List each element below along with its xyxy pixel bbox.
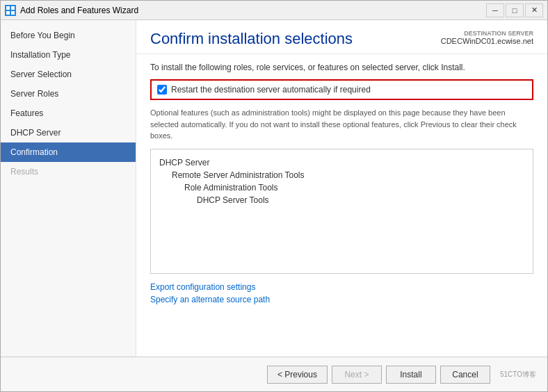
window-controls: ─ □ ✕ bbox=[486, 3, 543, 17]
instruction-text: To install the following roles, role ser… bbox=[150, 63, 533, 72]
destination-name: CDECWinDC01.ecwise.net bbox=[441, 37, 533, 45]
restart-box: Restart the destination server automatic… bbox=[150, 79, 533, 100]
svg-rect-3 bbox=[11, 11, 15, 15]
sidebar-item-features[interactable]: Features bbox=[1, 104, 136, 123]
watermark: 51CTO博客 bbox=[500, 370, 536, 379]
link-area: Export configuration settingsSpecify an … bbox=[150, 282, 533, 304]
feature-item: DHCP Server Tools bbox=[159, 194, 524, 206]
link-specify-an-alternate-source-path[interactable]: Specify an alternate source path bbox=[150, 295, 533, 304]
feature-item: Remote Server Administration Tools bbox=[159, 169, 524, 181]
restart-label: Restart the destination server automatic… bbox=[171, 85, 371, 95]
cancel-button[interactable]: Cancel bbox=[440, 366, 490, 384]
sidebar: Before You BeginInstallation TypeServer … bbox=[1, 20, 136, 357]
link-export-configuration-settings[interactable]: Export configuration settings bbox=[150, 282, 533, 292]
sidebar-item-server-selection[interactable]: Server Selection bbox=[1, 65, 136, 84]
main-content: Before You BeginInstallation TypeServer … bbox=[1, 20, 547, 357]
right-panel: Confirm installation selections DESTINAT… bbox=[136, 20, 547, 357]
sidebar-item-dhcp-server[interactable]: DHCP Server bbox=[1, 123, 136, 142]
sidebar-item-server-roles[interactable]: Server Roles bbox=[1, 84, 136, 104]
install-button[interactable]: Install bbox=[386, 366, 436, 384]
svg-rect-2 bbox=[6, 11, 10, 15]
footer: < Previous Next > Install Cancel 51CTO博客 bbox=[1, 357, 547, 391]
next-button[interactable]: Next > bbox=[332, 366, 382, 384]
sidebar-item-confirmation[interactable]: Confirmation bbox=[1, 142, 136, 162]
destination-label: DESTINATION SERVER bbox=[441, 30, 533, 37]
title-bar: Add Roles and Features Wizard ─ □ ✕ bbox=[1, 1, 547, 20]
sidebar-item-installation-type[interactable]: Installation Type bbox=[1, 45, 136, 65]
svg-rect-0 bbox=[6, 6, 10, 10]
window-title: Add Roles and Features Wizard bbox=[20, 6, 138, 15]
page-title: Confirm installation selections bbox=[150, 30, 353, 48]
wizard-window: Add Roles and Features Wizard ─ □ ✕ Befo… bbox=[0, 0, 548, 392]
features-box: DHCP ServerRemote Server Administration … bbox=[150, 149, 533, 274]
svg-rect-1 bbox=[11, 6, 15, 10]
app-icon bbox=[5, 5, 16, 16]
restart-checkbox[interactable] bbox=[157, 85, 167, 95]
panel-body: To install the following roles, role ser… bbox=[136, 54, 547, 357]
destination-server-info: DESTINATION SERVER CDECWinDC01.ecwise.ne… bbox=[441, 30, 533, 45]
sidebar-item-results: Results bbox=[1, 162, 136, 181]
feature-item: DHCP Server bbox=[159, 156, 524, 169]
optional-text: Optional features (such as administratio… bbox=[150, 107, 533, 142]
top-header: Confirm installation selections DESTINAT… bbox=[136, 20, 547, 54]
maximize-button[interactable]: □ bbox=[506, 3, 524, 17]
minimize-button[interactable]: ─ bbox=[486, 3, 504, 17]
close-button[interactable]: ✕ bbox=[525, 3, 543, 17]
previous-button[interactable]: < Previous bbox=[267, 366, 328, 384]
sidebar-item-before-you-begin[interactable]: Before You Begin bbox=[1, 26, 136, 45]
title-bar-left: Add Roles and Features Wizard bbox=[5, 5, 138, 16]
feature-item: Role Administration Tools bbox=[159, 181, 524, 194]
